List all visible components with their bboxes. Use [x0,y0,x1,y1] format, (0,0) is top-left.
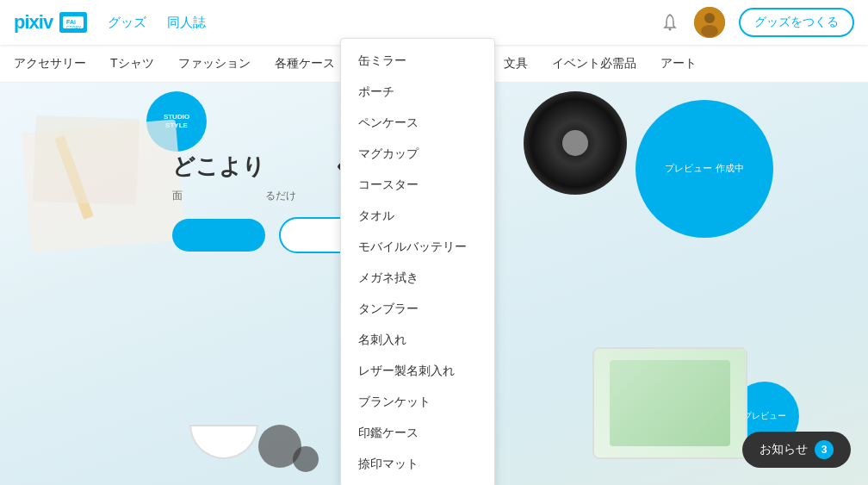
dropdown-menu: 缶ミラー ポーチ ペンケース マグカップ コースター タオル モバイルバッテリー… [340,38,495,485]
svg-text:CTORY: CTORY [66,25,82,30]
dropdown-item-glasses-wipe[interactable]: メガネ拭き [341,263,494,294]
notification-label: お知らせ [760,442,808,457]
dropdown-item-stamp-case[interactable]: 印鑑ケース [341,418,494,449]
dropdown-item-card-holder[interactable]: 名刺入れ [341,325,494,356]
cat-cases[interactable]: 各種ケース [275,45,335,83]
header-nav: グッズ 同人誌 [108,15,206,31]
tablet-device-deco [592,347,747,459]
avatar[interactable] [694,7,725,38]
small-circle-deco [293,446,319,472]
dropdown-item-stamp-mat[interactable]: 捺印マット [341,449,494,480]
dropdown-item-towel[interactable]: タオル [341,201,494,232]
dropdown-item-mug-cup[interactable]: マグカップ [341,139,494,170]
dropdown-item-mobile-battery[interactable]: モバイルバッテリー [341,232,494,263]
dropdown-item-tumbler[interactable]: タンブラー [341,294,494,325]
tablet-screen [594,349,746,457]
header-right: グッズをつくる [660,7,854,38]
preview-label-1: プレビュー 作成中 [665,162,743,175]
dropdown-item-can-mirror[interactable]: 缶ミラー [341,46,494,77]
preview-circle-large: プレビュー 作成中 [636,100,773,238]
factory-icon[interactable]: FAi CTORY [59,12,87,33]
pixiv-logo[interactable]: pixiv [14,11,53,34]
bell-icon[interactable] [660,12,680,33]
logo-area: pixiv FAi CTORY [14,11,87,34]
cat-event[interactable]: イベント必需品 [552,45,636,83]
nav-doujinshi[interactable]: 同人誌 [167,15,206,31]
dropdown-item-leather-card-holder[interactable]: レザー製名刺入れ [341,356,494,387]
dropdown-item-coaster[interactable]: コースター [341,170,494,201]
svg-text:FAi: FAi [66,19,76,25]
cat-accessories[interactable]: アクセサリー [14,45,86,83]
notification-count: 3 [815,440,834,459]
vinyl-record-deco [524,91,627,195]
svg-point-6 [704,13,715,23]
notification-badge[interactable]: お知らせ 3 [742,432,851,468]
create-button[interactable]: グッズをつくる [739,8,854,37]
nav-goods[interactable]: グッズ [108,15,146,31]
dropdown-item-blanket[interactable]: ブランケット [341,387,494,418]
cat-art[interactable]: アート [660,45,697,83]
preview-label-2: プレビュー [743,410,786,422]
svg-point-7 [701,25,718,37]
dropdown-item-pen-case[interactable]: ペンケース [341,108,494,139]
hero-cta-button[interactable] [172,219,265,252]
svg-point-4 [669,28,672,31]
cat-stationery[interactable]: 文具 [504,45,528,83]
cat-fashion[interactable]: ファッション [178,45,251,83]
cat-tshirts[interactable]: Tシャツ [110,45,154,83]
dropdown-item-pouch[interactable]: ポーチ [341,77,494,108]
